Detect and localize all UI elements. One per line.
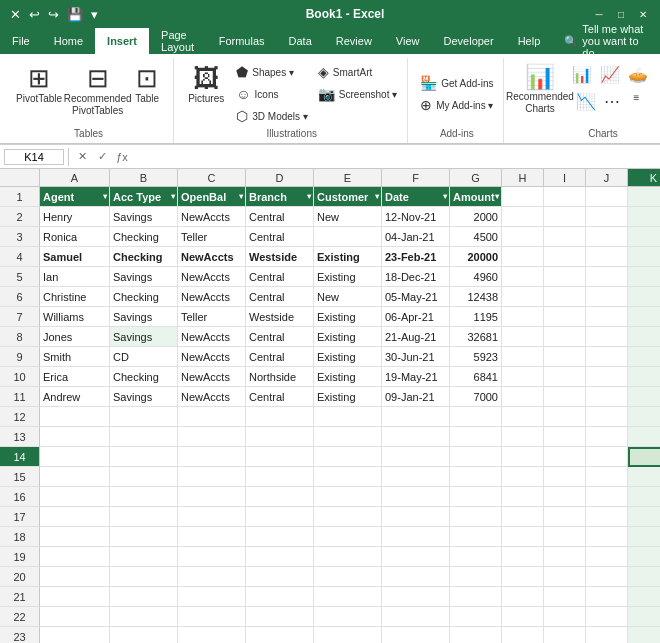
cell-h18[interactable] — [502, 527, 544, 547]
cell-d22[interactable] — [246, 607, 314, 627]
cell-c12[interactable] — [178, 407, 246, 427]
cell-d17[interactable] — [246, 507, 314, 527]
cell-f20[interactable] — [382, 567, 450, 587]
cell-d14[interactable] — [246, 447, 314, 467]
cell-g7[interactable]: 1195 — [450, 307, 502, 327]
cell-j1[interactable] — [586, 187, 628, 207]
cell-i7[interactable] — [544, 307, 586, 327]
screenshot-btn[interactable]: 📷 Screenshot ▾ — [314, 84, 401, 104]
cell-d7[interactable]: Westside — [246, 307, 314, 327]
cell-g8[interactable]: 32681 — [450, 327, 502, 347]
cell-j6[interactable] — [586, 287, 628, 307]
cell-d8[interactable]: Central — [246, 327, 314, 347]
cell-a19[interactable] — [40, 547, 110, 567]
cell-j11[interactable] — [586, 387, 628, 407]
pie-chart-btn[interactable]: 🥧 — [625, 62, 651, 87]
cell-g18[interactable] — [450, 527, 502, 547]
area-chart-btn[interactable]: 📉 — [573, 89, 599, 114]
cell-b3[interactable]: Checking — [110, 227, 178, 247]
cell-b23[interactable] — [110, 627, 178, 643]
pictures-btn[interactable]: 🖼 Pictures — [182, 62, 230, 107]
cell-h19[interactable] — [502, 547, 544, 567]
cell-e9[interactable]: Existing — [314, 347, 382, 367]
cell-k14[interactable] — [628, 447, 660, 467]
cell-e16[interactable] — [314, 487, 382, 507]
cell-d3[interactable]: Central — [246, 227, 314, 247]
cell-c9[interactable]: NewAccts — [178, 347, 246, 367]
cell-d12[interactable] — [246, 407, 314, 427]
cell-a12[interactable] — [40, 407, 110, 427]
cell-d2[interactable]: Central — [246, 207, 314, 227]
cell-b13[interactable] — [110, 427, 178, 447]
cell-e1[interactable]: Customer▾ — [314, 187, 382, 207]
cell-j16[interactable] — [586, 487, 628, 507]
cell-b20[interactable] — [110, 567, 178, 587]
cell-i15[interactable] — [544, 467, 586, 487]
cell-k11[interactable] — [628, 387, 660, 407]
cell-b5[interactable]: Savings — [110, 267, 178, 287]
cell-e10[interactable]: Existing — [314, 367, 382, 387]
cell-a21[interactable] — [40, 587, 110, 607]
cell-a20[interactable] — [40, 567, 110, 587]
cell-a7[interactable]: Williams — [40, 307, 110, 327]
cell-g2[interactable]: 2000 — [450, 207, 502, 227]
cell-f23[interactable] — [382, 627, 450, 643]
cell-j19[interactable] — [586, 547, 628, 567]
cell-a1[interactable]: Agent▾ — [40, 187, 110, 207]
cell-k8[interactable] — [628, 327, 660, 347]
cell-e2[interactable]: New — [314, 207, 382, 227]
cell-k7[interactable] — [628, 307, 660, 327]
cell-e11[interactable]: Existing — [314, 387, 382, 407]
bar-chart-btn[interactable]: 📊 — [569, 62, 595, 87]
cell-a22[interactable] — [40, 607, 110, 627]
cell-h16[interactable] — [502, 487, 544, 507]
cell-a14[interactable] — [40, 447, 110, 467]
cell-j4[interactable] — [586, 247, 628, 267]
scatter-chart-btn[interactable]: ⋯ — [601, 89, 623, 114]
cell-g15[interactable] — [450, 467, 502, 487]
cell-j15[interactable] — [586, 467, 628, 487]
cell-g20[interactable] — [450, 567, 502, 587]
cell-g23[interactable] — [450, 627, 502, 643]
cancel-formula-icon[interactable]: ✕ — [73, 148, 91, 166]
icons-btn[interactable]: ☺ Icons — [232, 84, 312, 104]
cell-j21[interactable] — [586, 587, 628, 607]
shapes-btn[interactable]: ⬟ Shapes ▾ — [232, 62, 312, 82]
cell-k2[interactable] — [628, 207, 660, 227]
cell-a8[interactable]: Jones — [40, 327, 110, 347]
cell-c23[interactable] — [178, 627, 246, 643]
name-box[interactable] — [4, 149, 64, 165]
cell-i21[interactable] — [544, 587, 586, 607]
cell-d20[interactable] — [246, 567, 314, 587]
cell-h17[interactable] — [502, 507, 544, 527]
row-num-5[interactable]: 5 — [0, 267, 40, 287]
cell-c10[interactable]: NewAccts — [178, 367, 246, 387]
cell-d9[interactable]: Central — [246, 347, 314, 367]
cell-b17[interactable] — [110, 507, 178, 527]
cell-e8[interactable]: Existing — [314, 327, 382, 347]
cell-a15[interactable] — [40, 467, 110, 487]
cell-f14[interactable] — [382, 447, 450, 467]
cell-f7[interactable]: 06-Apr-21 — [382, 307, 450, 327]
cell-a16[interactable] — [40, 487, 110, 507]
cell-j13[interactable] — [586, 427, 628, 447]
cell-a3[interactable]: Ronica — [40, 227, 110, 247]
cell-d13[interactable] — [246, 427, 314, 447]
cell-k18[interactable] — [628, 527, 660, 547]
row-num-9[interactable]: 9 — [0, 347, 40, 367]
cell-b18[interactable] — [110, 527, 178, 547]
cell-h8[interactable] — [502, 327, 544, 347]
cell-f17[interactable] — [382, 507, 450, 527]
cell-d5[interactable]: Central — [246, 267, 314, 287]
cell-i3[interactable] — [544, 227, 586, 247]
row-num-17[interactable]: 17 — [0, 507, 40, 527]
tab-file[interactable]: File — [0, 28, 42, 54]
cell-k12[interactable] — [628, 407, 660, 427]
cell-f21[interactable] — [382, 587, 450, 607]
line-chart-btn[interactable]: 📈 — [597, 62, 623, 87]
col-header-i[interactable]: I — [544, 169, 586, 187]
cell-k15[interactable] — [628, 467, 660, 487]
cell-a17[interactable] — [40, 507, 110, 527]
cell-h7[interactable] — [502, 307, 544, 327]
cell-i17[interactable] — [544, 507, 586, 527]
